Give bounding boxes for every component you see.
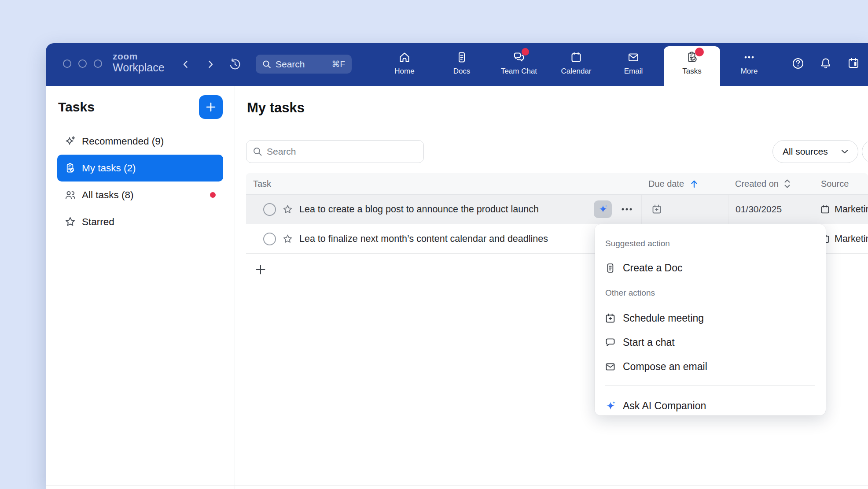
history-icon (228, 58, 242, 71)
row-more-button[interactable] (621, 207, 633, 211)
star-icon[interactable] (282, 204, 293, 215)
ai-actions-menu: Suggested action Create a Doc Other acti… (595, 224, 826, 415)
menu-divider (605, 385, 815, 386)
menu-item-compose-email[interactable]: Compose an email (595, 355, 826, 379)
sidebar-item-my-tasks[interactable]: My tasks (2) (57, 155, 223, 182)
task-complete-checkbox[interactable] (263, 203, 276, 216)
help-button[interactable] (791, 56, 805, 70)
doc-icon (604, 262, 616, 274)
notifications-button[interactable] (819, 56, 833, 70)
nav-more-label: More (741, 67, 758, 76)
search-icon (262, 60, 271, 69)
brand-workplace: Workplace (113, 62, 165, 73)
sources-filter-dropdown[interactable]: All sources (772, 140, 858, 163)
menu-section-label: Other actions (605, 288, 655, 298)
menu-item-label: Create a Doc (623, 262, 683, 274)
ai-sparkle-icon (597, 204, 609, 215)
search-shortcut: ⌘F (331, 59, 345, 69)
created-on-value: 01/30/2025 (736, 204, 782, 215)
sidebar-title: Tasks (58, 100, 95, 115)
search-icon (253, 147, 262, 156)
calendar-panel-icon (846, 56, 861, 70)
task-complete-checkbox[interactable] (263, 233, 276, 245)
task-search[interactable] (246, 140, 424, 163)
primary-nav: Home Docs Team Cha (376, 43, 662, 86)
new-task-button[interactable] (199, 95, 223, 119)
clipped-filter-button[interactable] (862, 140, 868, 163)
column-header-created-on[interactable]: Created on (728, 173, 814, 194)
tasks-notification-dot (695, 48, 704, 56)
star-icon[interactable] (282, 233, 293, 244)
nav-docs[interactable]: Docs (433, 43, 490, 86)
chevron-right-icon (206, 59, 215, 69)
add-due-date-button[interactable] (651, 204, 662, 215)
forward-button[interactable] (202, 56, 218, 72)
task-search-input[interactable] (267, 146, 417, 157)
menu-item-ask-ai-companion[interactable]: Ask AI Companion (595, 394, 826, 417)
task-title: Lea to create a blog post to announce th… (299, 204, 539, 215)
nav-team-chat[interactable]: Team Chat (490, 43, 548, 86)
nav-tasks-label: Tasks (682, 67, 701, 76)
column-header-task[interactable]: Task (246, 173, 641, 194)
menu-item-create-doc[interactable]: Create a Doc (595, 257, 826, 278)
column-header-source[interactable]: Source (814, 173, 868, 194)
nav-home[interactable]: Home (376, 43, 433, 86)
chevron-left-icon (181, 59, 191, 69)
sidebar-item-starred[interactable]: Starred (57, 208, 223, 235)
docs-icon (455, 51, 468, 64)
tasks-icon (685, 51, 699, 64)
nav-email[interactable]: Email (605, 43, 662, 86)
nav-home-label: Home (394, 67, 414, 76)
tasks-sidebar: Tasks Recommended (9) (46, 86, 235, 489)
table-header: Task Due date Created on Source (246, 173, 868, 195)
menu-item-start-chat[interactable]: Start a chat (595, 330, 826, 355)
more-icon (743, 51, 756, 64)
nav-calendar-label: Calendar (561, 67, 592, 76)
window-maximize-button[interactable] (94, 59, 102, 68)
menu-item-schedule-meeting[interactable]: Schedule meeting (595, 306, 826, 330)
upcoming-meetings-button[interactable] (846, 56, 861, 70)
chat-bubble-icon (604, 337, 616, 348)
ai-companion-button[interactable] (594, 200, 612, 218)
sidebar-item-label: Starred (82, 216, 114, 228)
ai-companion-icon (604, 400, 616, 412)
nav-email-label: Email (624, 67, 643, 76)
sidebar-item-recommended[interactable]: Recommended (9) (57, 128, 223, 155)
search-label: Search (276, 59, 305, 70)
menu-item-label: Schedule meeting (623, 312, 704, 324)
source-value: Marketing (835, 233, 868, 244)
nav-calendar[interactable]: Calendar (548, 43, 605, 86)
menu-section-label: Suggested action (605, 239, 670, 248)
task-title: Lea to finalize next month’s content cal… (299, 233, 548, 244)
plus-icon (254, 263, 267, 276)
nav-tasks-active-tab[interactable]: Tasks (664, 46, 720, 86)
team-chat-notification-dot (522, 48, 529, 56)
history-button[interactable] (227, 56, 243, 72)
envelope-icon (604, 361, 616, 373)
sidebar-item-label: All tasks (8) (82, 189, 134, 201)
home-icon (398, 51, 411, 64)
sidebar-item-all-tasks[interactable]: All tasks (8) (57, 182, 223, 208)
calendar-plus-icon (651, 204, 662, 215)
people-icon (64, 189, 76, 201)
clipboard-check-icon (64, 162, 76, 174)
window-close-button[interactable] (63, 59, 71, 68)
menu-item-label: Ask AI Companion (623, 400, 706, 412)
sidebar-item-label: My tasks (2) (82, 163, 136, 174)
global-search-button[interactable]: Search ⌘F (256, 55, 352, 74)
nav-more[interactable]: More (721, 43, 778, 76)
task-row[interactable]: Lea to create a blog post to announce th… (246, 195, 868, 224)
help-icon (791, 56, 805, 70)
chevron-down-icon (841, 149, 848, 154)
team-chat-icon (512, 51, 526, 64)
calendar-plus-icon (604, 312, 616, 324)
sidebar-list: Recommended (9) My tasks (57, 128, 223, 235)
sort-ascending-icon (689, 179, 699, 189)
back-button[interactable] (178, 56, 194, 72)
star-icon (64, 216, 76, 228)
window-bottom-divider (46, 485, 868, 486)
nav-team-chat-label: Team Chat (501, 67, 537, 76)
brand-zoom: zoom (113, 52, 165, 61)
window-minimize-button[interactable] (78, 59, 87, 68)
column-header-due-date[interactable]: Due date (641, 173, 728, 194)
